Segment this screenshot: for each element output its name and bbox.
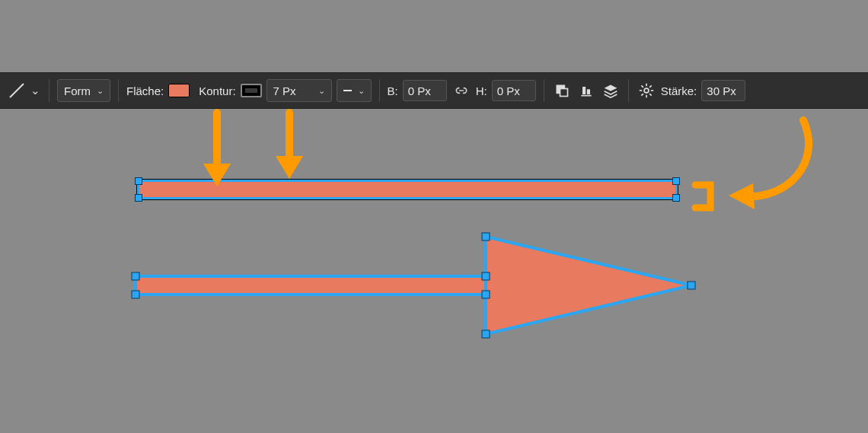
svg-rect-16 xyxy=(136,276,486,295)
gear-icon xyxy=(639,83,654,98)
stroke-color-swatch[interactable] xyxy=(241,84,262,97)
path-operations-button[interactable] xyxy=(552,81,572,100)
arrow-shape-selected[interactable] xyxy=(129,231,708,368)
svg-rect-19 xyxy=(132,291,139,298)
svg-line-15 xyxy=(649,85,652,88)
svg-rect-4 xyxy=(582,87,586,94)
shape-height-input[interactable]: 0 Px xyxy=(492,80,536,101)
svg-marker-29 xyxy=(729,183,755,209)
line-thickness-value: 30 Px xyxy=(707,84,736,97)
width-label: B: xyxy=(388,84,398,97)
link-icon xyxy=(454,83,469,98)
tool-mode-value: Form xyxy=(64,84,91,97)
stroke-style-solid-icon xyxy=(343,90,352,91)
shape-options-button[interactable] xyxy=(637,81,656,100)
link-width-height-toggle[interactable] xyxy=(452,81,471,100)
path-alignment-button[interactable] xyxy=(576,81,596,100)
chevron-down-icon: ⌄ xyxy=(318,86,325,96)
shape-height-value: 0 Px xyxy=(497,84,520,97)
stroke-style-dropdown[interactable]: ⌄ xyxy=(337,79,372,102)
shape-width-input[interactable]: 0 Px xyxy=(403,80,447,101)
svg-rect-22 xyxy=(482,291,490,298)
svg-marker-6 xyxy=(604,85,617,91)
separator xyxy=(49,79,49,102)
tool-mode-dropdown[interactable]: Form ⌄ xyxy=(57,79,110,102)
svg-marker-17 xyxy=(486,237,691,334)
stroke-width-dropdown[interactable]: 7 Px ⌄ xyxy=(266,79,332,102)
line-thickness-input[interactable]: 30 Px xyxy=(701,80,745,101)
svg-rect-18 xyxy=(132,272,139,280)
selection-handle[interactable] xyxy=(135,177,142,185)
shape-tool-options-bar: ⌄ Form ⌄ Fläche: Kontur: 7 Px ⌄ ⌄ B: 0 P… xyxy=(0,72,868,109)
chevron-down-icon: ⌄ xyxy=(97,86,104,96)
svg-rect-23 xyxy=(482,330,490,338)
svg-rect-5 xyxy=(587,89,590,94)
document-canvas[interactable] xyxy=(0,109,868,433)
selection-handle[interactable] xyxy=(135,194,142,202)
line-tool-icon[interactable] xyxy=(8,81,26,100)
svg-rect-21 xyxy=(482,272,490,280)
line-shape-selected[interactable] xyxy=(137,180,678,199)
fill-color-swatch[interactable] xyxy=(168,84,190,97)
tool-preset-dropdown[interactable]: ⌄ xyxy=(29,81,41,100)
svg-rect-24 xyxy=(688,282,695,289)
svg-point-7 xyxy=(644,88,649,93)
stack-icon xyxy=(603,83,618,98)
svg-marker-28 xyxy=(276,156,303,179)
path-arrangement-button[interactable] xyxy=(601,81,621,100)
chevron-down-icon: ⌄ xyxy=(30,84,40,97)
path-ops-icon xyxy=(554,83,570,98)
separator xyxy=(118,79,119,102)
separator xyxy=(628,79,629,102)
stroke-label: Kontur: xyxy=(199,84,235,97)
svg-rect-2 xyxy=(560,89,567,97)
selection-handle[interactable] xyxy=(672,194,680,202)
height-label: H: xyxy=(476,84,487,97)
svg-line-0 xyxy=(10,84,24,97)
shape-width-value: 0 Px xyxy=(408,84,431,97)
svg-line-14 xyxy=(641,94,643,96)
annotation-arrow xyxy=(266,109,312,185)
chevron-down-icon: ⌄ xyxy=(358,86,365,96)
fill-label: Fläche: xyxy=(126,84,164,97)
line-thickness-label: Stärke: xyxy=(661,84,697,97)
svg-line-12 xyxy=(641,85,643,88)
svg-line-13 xyxy=(649,94,652,96)
svg-rect-20 xyxy=(482,233,490,240)
selection-handle[interactable] xyxy=(672,177,680,185)
separator xyxy=(544,79,544,102)
align-icon xyxy=(579,83,594,98)
separator xyxy=(379,79,380,102)
annotation-arrow-curved xyxy=(689,116,826,231)
stroke-width-value: 7 Px xyxy=(273,84,296,97)
